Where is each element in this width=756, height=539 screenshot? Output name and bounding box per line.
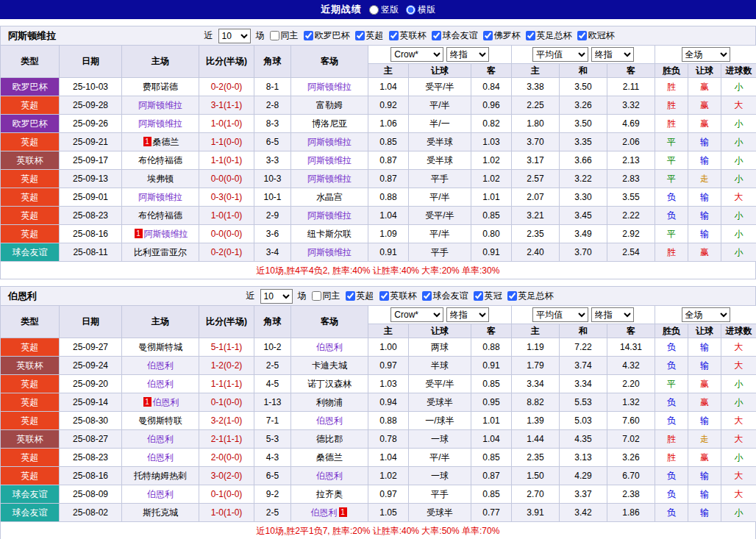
league-checkbox[interactable]: [379, 291, 389, 301]
league-filter[interactable]: 欧冠杯: [577, 29, 615, 42]
away-team-cell[interactable]: 卡迪夫城: [291, 357, 368, 375]
away-team-cell[interactable]: 水晶宫: [291, 188, 368, 207]
away-team-cell[interactable]: 纽卡斯尔联: [291, 225, 368, 243]
score-link[interactable]: 1-0(1-0): [199, 115, 254, 133]
score-link[interactable]: 3-0(2-0): [199, 467, 254, 485]
league-checkbox[interactable]: [483, 31, 493, 40]
home-team-cell[interactable]: 伯恩利: [122, 375, 199, 393]
home-team-cell[interactable]: 1阿斯顿维拉: [122, 225, 199, 243]
home-team-cell[interactable]: 费耶诺德: [122, 78, 199, 96]
same-home-filter[interactable]: 同主: [312, 290, 340, 302]
score-link[interactable]: 2-0(0-0): [199, 449, 254, 467]
same-home-checkbox[interactable]: [312, 291, 321, 301]
away-team-cell[interactable]: 桑德兰: [291, 449, 368, 467]
score-link[interactable]: 5-1(1-1): [199, 338, 254, 357]
home-team-cell[interactable]: 伯恩利: [122, 449, 199, 467]
score-link[interactable]: 1-1(0-1): [199, 151, 254, 170]
league-checkbox[interactable]: [389, 31, 399, 40]
home-team-cell[interactable]: 斯托克城: [122, 504, 199, 522]
score-link[interactable]: 1-1(0-0): [199, 133, 254, 151]
score-link[interactable]: 0-1(0-0): [199, 393, 254, 412]
avg-odds-select[interactable]: 平均值: [532, 307, 588, 322]
away-team-cell[interactable]: 伯恩利1: [291, 504, 368, 522]
away-team-cell[interactable]: 伯恩利: [291, 338, 368, 357]
score-link[interactable]: 1-1(1-1): [199, 375, 254, 393]
odds-time-select[interactable]: 终指: [446, 47, 489, 62]
home-team-cell[interactable]: 阿斯顿维拉: [122, 115, 199, 133]
score-link[interactable]: 0-2(0-0): [199, 78, 254, 96]
league-checkbox[interactable]: [422, 291, 432, 301]
away-team-cell[interactable]: 利物浦: [291, 393, 368, 412]
away-team-cell[interactable]: 博洛尼亚: [291, 115, 368, 133]
home-team-cell[interactable]: 伯恩利: [122, 485, 199, 504]
score-link[interactable]: 3-1(1-1): [199, 96, 254, 115]
away-team-cell[interactable]: 阿斯顿维拉: [291, 78, 368, 96]
away-team-cell[interactable]: 伯恩利: [291, 467, 368, 485]
away-team-cell[interactable]: 阿斯顿维拉: [291, 133, 368, 151]
avg-time-select[interactable]: 终指: [591, 47, 634, 62]
home-team-cell[interactable]: 布伦特福德: [122, 151, 199, 170]
away-team-cell[interactable]: 阿斯顿维拉: [291, 243, 368, 262]
league-filter[interactable]: 英联杯: [379, 290, 417, 302]
league-filter[interactable]: 佛罗杯: [483, 29, 521, 42]
league-checkbox[interactable]: [304, 31, 313, 40]
score-link[interactable]: 0-1(0-0): [199, 485, 254, 504]
score-link[interactable]: 0-0(0-0): [199, 170, 254, 188]
away-team-cell[interactable]: 阿斯顿维拉: [291, 170, 368, 188]
score-link[interactable]: 1-0(1-0): [199, 207, 254, 225]
score-link[interactable]: 3-2(1-0): [199, 412, 254, 430]
league-checkbox[interactable]: [346, 291, 355, 301]
league-filter[interactable]: 英超: [346, 290, 374, 302]
scope-select[interactable]: 全场: [682, 307, 730, 322]
home-team-cell[interactable]: 阿斯顿维拉: [122, 188, 199, 207]
league-checkbox[interactable]: [526, 31, 535, 40]
league-filter[interactable]: 英足总杯: [507, 290, 554, 302]
home-team-cell[interactable]: 曼彻斯特城: [122, 338, 199, 357]
home-team-cell[interactable]: 埃弗顿: [122, 170, 199, 188]
home-team-cell[interactable]: 伯恩利: [122, 430, 199, 449]
match-count-select[interactable]: 10: [218, 29, 251, 43]
away-team-cell[interactable]: 阿斯顿维拉: [291, 207, 368, 225]
horizontal-layout-radio[interactable]: [406, 5, 416, 15]
away-team-cell[interactable]: 伯恩利: [291, 412, 368, 430]
league-checkbox[interactable]: [474, 291, 483, 301]
home-team-cell[interactable]: 比利亚雷亚尔: [122, 243, 199, 262]
home-team-cell[interactable]: 曼彻斯特联: [122, 412, 199, 430]
layout-option-vertical[interactable]: 竖版: [369, 4, 399, 16]
league-filter[interactable]: 英超: [355, 29, 384, 42]
home-team-cell[interactable]: 伯恩利: [122, 357, 199, 375]
score-link[interactable]: 1-2(0-2): [199, 357, 254, 375]
home-team-cell[interactable]: 1伯恩利: [122, 393, 199, 412]
league-checkbox[interactable]: [507, 291, 517, 301]
score-link[interactable]: 1-0(1-0): [199, 504, 254, 522]
score-link[interactable]: 2-1(1-1): [199, 430, 254, 449]
score-link[interactable]: 0-3(0-1): [199, 188, 254, 207]
match-count-select[interactable]: 10: [260, 289, 293, 304]
away-team-cell[interactable]: 拉齐奥: [291, 485, 368, 504]
scope-select[interactable]: 全场: [682, 47, 730, 62]
league-filter[interactable]: 球会友谊: [422, 290, 468, 302]
home-team-cell[interactable]: 阿斯顿维拉: [122, 96, 199, 115]
league-checkbox[interactable]: [355, 31, 365, 40]
odds-time-select[interactable]: 终指: [446, 307, 489, 322]
league-checkbox[interactable]: [432, 31, 441, 40]
away-team-cell[interactable]: 阿斯顿维拉: [291, 151, 368, 170]
league-checkbox[interactable]: [577, 31, 587, 40]
score-link[interactable]: 0-0(0-0): [199, 225, 254, 243]
away-team-cell[interactable]: 德比郡: [291, 430, 368, 449]
same-home-checkbox[interactable]: [270, 31, 279, 40]
home-team-cell[interactable]: 布伦特福德: [122, 207, 199, 225]
league-filter[interactable]: 英联杯: [389, 29, 427, 42]
home-team-cell[interactable]: 1桑德兰: [122, 133, 199, 151]
layout-option-horizontal[interactable]: 横版: [406, 4, 435, 16]
away-team-cell[interactable]: 富勒姆: [291, 96, 368, 115]
avg-odds-select[interactable]: 平均值: [532, 47, 588, 62]
avg-time-select[interactable]: 终指: [591, 307, 634, 322]
same-home-filter[interactable]: 同主: [270, 29, 299, 42]
home-team-cell[interactable]: 托特纳姆热刺: [122, 467, 199, 485]
league-filter[interactable]: 欧罗巴杯: [304, 29, 350, 42]
away-team-cell[interactable]: 诺丁汉森林: [291, 375, 368, 393]
league-filter[interactable]: 球会友谊: [432, 29, 478, 42]
bookmaker-select[interactable]: Crow*: [391, 47, 443, 62]
league-filter[interactable]: 英足总杯: [526, 29, 572, 42]
